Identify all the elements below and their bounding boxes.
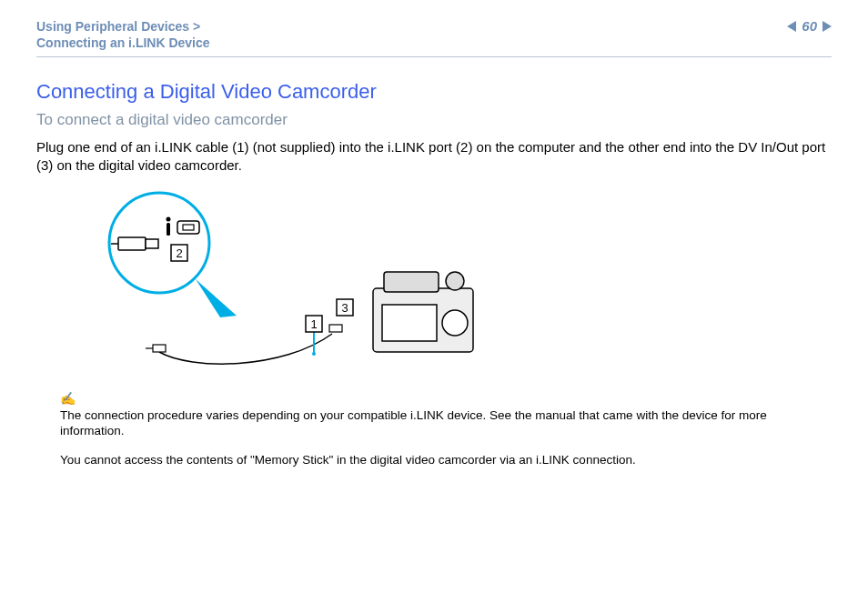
note-line-2: You cannot access the contents of "Memor… — [60, 452, 832, 468]
callout-3-label: 3 — [341, 301, 348, 315]
svg-rect-15 — [384, 272, 439, 292]
svg-rect-1 — [118, 237, 146, 250]
svg-rect-5 — [167, 223, 170, 236]
notes: ✍ The connection procedure varies depend… — [60, 390, 832, 468]
breadcrumb-line1: Using Peripheral Devices > — [36, 19, 200, 34]
note-line-1: The connection procedure varies dependin… — [60, 407, 832, 439]
svg-rect-17 — [382, 305, 437, 341]
page-number: 60 — [802, 18, 817, 34]
body-paragraph: Plug one end of an i.LINK cable (1) (not… — [36, 138, 832, 176]
svg-rect-2 — [146, 239, 158, 248]
next-page-icon[interactable] — [823, 21, 832, 32]
page: Using Peripheral Devices > Connecting an… — [0, 0, 868, 613]
callout-2-label: 2 — [176, 246, 182, 260]
header: Using Peripheral Devices > Connecting an… — [36, 18, 832, 56]
header-rule — [36, 56, 832, 57]
breadcrumb: Using Peripheral Devices > Connecting an… — [36, 18, 210, 51]
content: Connecting a Digital Video Camcorder To … — [36, 80, 832, 480]
svg-rect-19 — [153, 345, 166, 352]
svg-point-16 — [446, 272, 464, 290]
breadcrumb-line2: Connecting an i.LINK Device — [36, 35, 210, 50]
svg-point-4 — [167, 216, 171, 221]
page-nav: 60 — [787, 18, 832, 34]
svg-point-18 — [442, 310, 468, 336]
prev-page-icon[interactable] — [787, 21, 796, 32]
connection-diagram: 2 1 3 — [64, 188, 519, 379]
page-title: Connecting a Digital Video Camcorder — [36, 80, 832, 104]
svg-point-11 — [312, 352, 316, 356]
page-subtitle: To connect a digital video camcorder — [36, 111, 832, 129]
callout-1-label: 1 — [310, 317, 317, 331]
note-icon: ✍ — [60, 391, 76, 406]
svg-rect-9 — [329, 325, 342, 332]
